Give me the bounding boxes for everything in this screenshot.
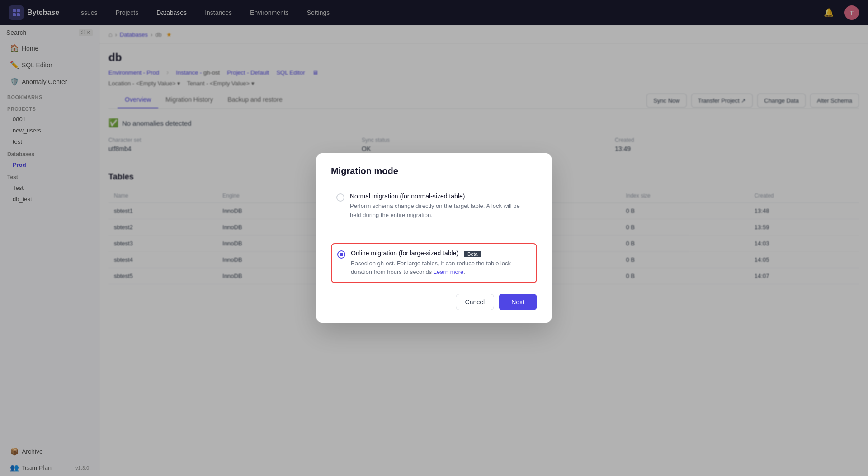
divider [331, 234, 537, 234]
normal-migration-radio[interactable] [336, 193, 344, 202]
normal-migration-desc: Perform schema change directly on the ta… [350, 202, 532, 219]
modal-overlay: Migration mode Normal migration (for nor… [99, 25, 868, 476]
normal-migration-option[interactable]: Normal migration (for normal-sized table… [331, 187, 537, 225]
cancel-button[interactable]: Cancel [456, 294, 495, 310]
online-migration-radio[interactable] [337, 250, 345, 259]
online-migration-label: Online migration (for large-sized table)… [351, 250, 531, 257]
next-button[interactable]: Next [499, 294, 537, 310]
online-migration-desc: Based on gh-ost. For large tables, it ca… [351, 259, 531, 277]
modal-title: Migration mode [331, 166, 537, 176]
learn-more-link[interactable]: Learn more [434, 269, 463, 275]
modal-footer: Cancel Next [331, 294, 537, 310]
online-migration-option[interactable]: Online migration (for large-sized table)… [331, 243, 537, 283]
beta-badge: Beta [464, 251, 481, 257]
migration-mode-modal: Migration mode Normal migration (for nor… [316, 153, 552, 322]
main-content: ⌂ › Databases › db ★ db Environment - Pr… [99, 25, 868, 476]
normal-migration-label: Normal migration (for normal-sized table… [350, 193, 532, 200]
